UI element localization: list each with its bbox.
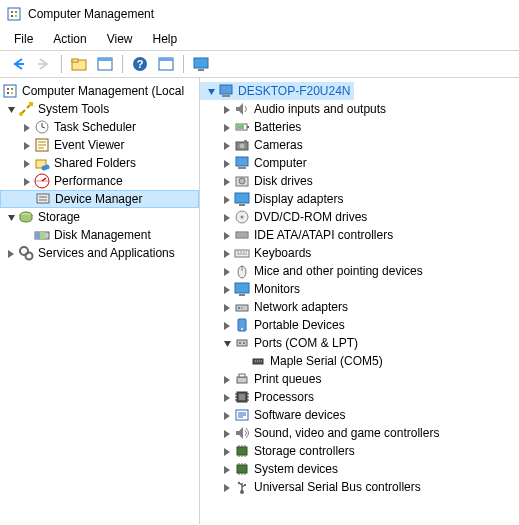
expand-icon[interactable] bbox=[220, 210, 234, 224]
expand-icon[interactable] bbox=[220, 480, 234, 494]
speaker-icon bbox=[234, 101, 250, 117]
device-ide[interactable]: IDE ATA/ATAPI controllers bbox=[200, 226, 519, 244]
device-usb[interactable]: Universal Serial Bus controllers bbox=[200, 478, 519, 496]
tree-services[interactable]: Services and Applications bbox=[0, 244, 199, 262]
tree-system-tools[interactable]: System Tools bbox=[0, 100, 199, 118]
tools-icon bbox=[18, 101, 34, 117]
device-keyboards[interactable]: Keyboards bbox=[200, 244, 519, 262]
toolbar-separator bbox=[61, 55, 62, 73]
device-system[interactable]: System devices bbox=[200, 460, 519, 478]
ide-icon bbox=[234, 227, 250, 243]
expand-icon[interactable] bbox=[220, 102, 234, 116]
collapse-icon[interactable] bbox=[4, 102, 18, 116]
device-cameras[interactable]: Cameras bbox=[200, 136, 519, 154]
expand-icon[interactable] bbox=[220, 192, 234, 206]
tree-label: Task Scheduler bbox=[54, 119, 136, 135]
expand-icon[interactable] bbox=[220, 120, 234, 134]
portable-icon bbox=[234, 317, 250, 333]
expand-icon[interactable] bbox=[20, 138, 34, 152]
device-root[interactable]: DESKTOP-F20U24N bbox=[200, 82, 354, 100]
expand-icon[interactable] bbox=[220, 462, 234, 476]
back-button[interactable] bbox=[6, 53, 30, 75]
menu-view[interactable]: View bbox=[97, 30, 143, 48]
device-storage-controllers[interactable]: Storage controllers bbox=[200, 442, 519, 460]
computer-icon bbox=[218, 83, 234, 99]
expand-icon[interactable] bbox=[4, 246, 18, 260]
toolbar-separator bbox=[183, 55, 184, 73]
tree-root[interactable]: Computer Management (Local bbox=[0, 82, 199, 100]
device-label: Portable Devices bbox=[254, 317, 345, 333]
disk-icon bbox=[234, 173, 250, 189]
device-ports[interactable]: Ports (COM & LPT) bbox=[200, 334, 519, 352]
device-tree[interactable]: DESKTOP-F20U24N Audio inputs and outputs… bbox=[200, 78, 519, 524]
tree-device-manager[interactable]: Device Manager bbox=[0, 190, 199, 208]
device-sound[interactable]: Sound, video and game controllers bbox=[200, 424, 519, 442]
tree-event-viewer[interactable]: Event Viewer bbox=[0, 136, 199, 154]
expand-icon[interactable] bbox=[20, 174, 34, 188]
battery-icon bbox=[234, 119, 250, 135]
sound-icon bbox=[234, 425, 250, 441]
device-dvd[interactable]: DVD/CD-ROM drives bbox=[200, 208, 519, 226]
expand-icon[interactable] bbox=[20, 156, 34, 170]
device-maple-serial[interactable]: Maple Serial (COM5) bbox=[200, 352, 519, 370]
expand-icon[interactable] bbox=[220, 174, 234, 188]
disk-management-icon bbox=[34, 227, 50, 243]
console-tree[interactable]: Computer Management (Local System Tools … bbox=[0, 78, 200, 524]
device-software[interactable]: Software devices bbox=[200, 406, 519, 424]
collapse-icon[interactable] bbox=[220, 336, 234, 350]
device-batteries[interactable]: Batteries bbox=[200, 118, 519, 136]
tree-disk-management[interactable]: Disk Management bbox=[0, 226, 199, 244]
show-hide-tree-button[interactable] bbox=[67, 53, 91, 75]
menu-file[interactable]: File bbox=[4, 30, 43, 48]
expand-icon[interactable] bbox=[220, 156, 234, 170]
menu-action[interactable]: Action bbox=[43, 30, 96, 48]
expand-icon[interactable] bbox=[220, 372, 234, 386]
device-processors[interactable]: Processors bbox=[200, 388, 519, 406]
tree-performance[interactable]: Performance bbox=[0, 172, 199, 190]
tree-storage[interactable]: Storage bbox=[0, 208, 199, 226]
expand-icon[interactable] bbox=[220, 228, 234, 242]
storage-icon bbox=[18, 209, 34, 225]
device-label: Network adapters bbox=[254, 299, 348, 315]
expand-icon[interactable] bbox=[20, 120, 34, 134]
tree-task-scheduler[interactable]: Task Scheduler bbox=[0, 118, 199, 136]
tree-label: Performance bbox=[54, 173, 123, 189]
device-audio[interactable]: Audio inputs and outputs bbox=[200, 100, 519, 118]
devices-button[interactable] bbox=[189, 53, 213, 75]
expand-icon[interactable] bbox=[220, 390, 234, 404]
window-title: Computer Management bbox=[28, 7, 154, 21]
device-label: Ports (COM & LPT) bbox=[254, 335, 358, 351]
device-label: Keyboards bbox=[254, 245, 311, 261]
menu-help[interactable]: Help bbox=[143, 30, 188, 48]
expand-icon[interactable] bbox=[220, 246, 234, 260]
expand-icon[interactable] bbox=[220, 444, 234, 458]
collapse-icon[interactable] bbox=[4, 210, 18, 224]
expand-icon[interactable] bbox=[220, 408, 234, 422]
view-button[interactable] bbox=[154, 53, 178, 75]
mouse-icon bbox=[234, 263, 250, 279]
device-computer[interactable]: Computer bbox=[200, 154, 519, 172]
expand-icon[interactable] bbox=[220, 426, 234, 440]
device-label: Sound, video and game controllers bbox=[254, 425, 439, 441]
monitor-icon bbox=[234, 281, 250, 297]
device-monitors[interactable]: Monitors bbox=[200, 280, 519, 298]
help-button[interactable] bbox=[128, 53, 152, 75]
tree-shared-folders[interactable]: Shared Folders bbox=[0, 154, 199, 172]
expand-icon[interactable] bbox=[220, 282, 234, 296]
tree-label: Disk Management bbox=[54, 227, 151, 243]
expand-icon[interactable] bbox=[220, 318, 234, 332]
expand-icon[interactable] bbox=[220, 264, 234, 278]
device-portable[interactable]: Portable Devices bbox=[200, 316, 519, 334]
properties-button[interactable] bbox=[93, 53, 117, 75]
toolbar-separator bbox=[122, 55, 123, 73]
device-display-adapters[interactable]: Display adapters bbox=[200, 190, 519, 208]
device-network[interactable]: Network adapters bbox=[200, 298, 519, 316]
device-mice[interactable]: Mice and other pointing devices bbox=[200, 262, 519, 280]
collapse-icon[interactable] bbox=[204, 84, 218, 98]
expand-icon[interactable] bbox=[220, 300, 234, 314]
expand-icon[interactable] bbox=[220, 138, 234, 152]
device-print-queues[interactable]: Print queues bbox=[200, 370, 519, 388]
tree-label: Event Viewer bbox=[54, 137, 124, 153]
port-icon bbox=[234, 335, 250, 351]
device-disk-drives[interactable]: Disk drives bbox=[200, 172, 519, 190]
